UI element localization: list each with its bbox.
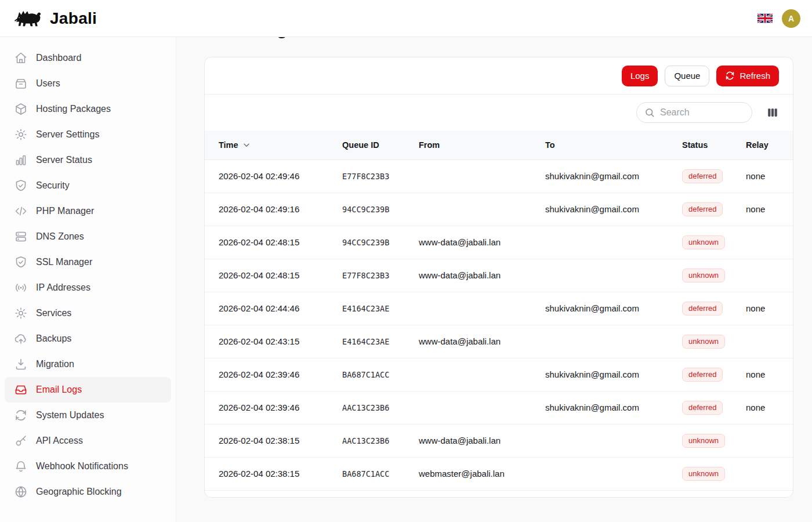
cell-status: unknown <box>682 325 746 358</box>
bar-chart-icon <box>14 153 28 167</box>
cell-queue-id: AAC13C23B6 <box>342 424 419 457</box>
sidebar-item-label: Email Logs <box>36 385 82 395</box>
sidebar-item-email-logs[interactable]: Email Logs <box>5 377 171 403</box>
sidebar-item-server-status[interactable]: Server Status <box>5 147 171 173</box>
cell-time: 2026-02-04 02:39:46 <box>205 358 342 391</box>
search-icon <box>644 107 655 118</box>
cell-status: deferred <box>682 391 746 424</box>
sidebar-item-webhook-notifications[interactable]: Webhook Notifications <box>5 454 171 479</box>
sidebar-item-label: Hosting Packages <box>36 104 111 114</box>
column-header-from: From <box>419 130 545 160</box>
cell-queue-id: BA687C1ACC <box>342 457 419 490</box>
sidebar-item-label: Server Settings <box>36 129 99 140</box>
cell-to: shukivaknin@gmail.com <box>545 160 682 193</box>
status-badge: deferred <box>682 401 723 415</box>
table-body: 2026-02-04 02:49:46E77F8C23B3shukivaknin… <box>205 160 793 490</box>
cell-time: 2026-02-04 02:48:15 <box>205 226 342 259</box>
sidebar-item-security[interactable]: Security <box>5 173 171 198</box>
download-icon <box>14 357 28 371</box>
email-logs-card: Logs Queue Refresh <box>204 57 793 498</box>
sidebar-item-ip-addresses[interactable]: IP Addresses <box>5 275 171 300</box>
cell-relay: none <box>746 292 793 325</box>
cell-time: 2026-02-04 02:44:46 <box>205 292 342 325</box>
status-badge: deferred <box>682 202 723 216</box>
column-header-to: To <box>545 130 682 160</box>
sidebar-item-system-updates[interactable]: System Updates <box>5 403 171 428</box>
shield-check-icon <box>14 179 28 193</box>
sidebar-item-services[interactable]: Services <box>5 300 171 326</box>
cell-queue-id: E4164C23AE <box>342 325 419 358</box>
sidebar-item-migration[interactable]: Migration <box>5 351 171 377</box>
sidebar-item-hosting-packages[interactable]: Hosting Packages <box>5 96 171 122</box>
sidebar-item-api-access[interactable]: API Access <box>5 428 171 454</box>
status-badge: deferred <box>682 368 723 382</box>
logs-tab-button[interactable]: Logs <box>622 66 658 86</box>
search-input[interactable] <box>660 107 744 118</box>
cell-to <box>545 325 682 358</box>
queue-tab-button[interactable]: Queue <box>665 66 709 86</box>
cell-queue-id: BA687C1ACC <box>342 358 419 391</box>
sidebar-item-geographic-blocking[interactable]: Geographic Blocking <box>5 479 171 505</box>
table-row[interactable]: 2026-02-04 02:48:15E77F8C23B3www-data@ja… <box>205 259 793 292</box>
sidebar-item-label: Migration <box>36 359 74 369</box>
inbox-icon <box>14 383 28 397</box>
table-row[interactable]: 2026-02-04 02:44:46E4164C23AEshukivaknin… <box>205 292 793 325</box>
home-icon <box>14 51 28 65</box>
refresh-button[interactable]: Refresh <box>716 66 779 86</box>
cell-queue-id: AAC13C23B6 <box>342 391 419 424</box>
table-row[interactable]: 2026-02-04 02:38:15BA687C1ACCwebmaster@j… <box>205 457 793 490</box>
sidebar-item-users[interactable]: Users <box>5 71 171 96</box>
sidebar-item-label: Server Status <box>36 155 92 165</box>
search-input-wrapper[interactable] <box>636 102 752 123</box>
cell-from <box>419 391 545 424</box>
globe-icon <box>14 485 28 499</box>
refresh-icon <box>14 408 28 422</box>
uk-flag-icon[interactable] <box>757 13 773 24</box>
table-row[interactable]: 2026-02-04 02:48:1594CC9C239Bwww-data@ja… <box>205 226 793 259</box>
columns-toggle-icon[interactable] <box>766 106 779 119</box>
package-icon <box>14 102 28 116</box>
cell-relay <box>746 259 793 292</box>
search-row <box>205 95 793 130</box>
table-row[interactable]: 2026-02-04 02:43:15E4164C23AEwww-data@ja… <box>205 325 793 358</box>
cell-status: deferred <box>682 292 746 325</box>
cell-relay <box>746 424 793 457</box>
cell-queue-id: E4164C23AE <box>342 292 419 325</box>
cell-queue-id: E77F8C23B3 <box>342 160 419 193</box>
table-row[interactable]: 2026-02-04 02:38:15AAC13C23B6www-data@ja… <box>205 424 793 457</box>
table-header-row: TimeQueue IDFromToStatusRelay <box>205 130 793 160</box>
table-row[interactable]: 2026-02-04 02:39:46BA687C1ACCshukivaknin… <box>205 358 793 391</box>
avatar[interactable]: A <box>782 9 800 28</box>
cell-relay: none <box>746 160 793 193</box>
refresh-icon <box>725 71 735 81</box>
cell-from: www-data@jabali.lan <box>419 226 545 259</box>
email-logs-table: TimeQueue IDFromToStatusRelay 2026-02-04… <box>205 130 793 491</box>
table-row[interactable]: 2026-02-04 02:49:46E77F8C23B3shukivaknin… <box>205 160 793 193</box>
cell-to <box>545 259 682 292</box>
column-header-time[interactable]: Time <box>205 130 342 160</box>
cell-status: deferred <box>682 160 746 193</box>
sidebar-item-dashboard[interactable]: Dashboard <box>5 45 171 71</box>
cell-relay <box>746 457 793 490</box>
gear-icon <box>14 128 28 142</box>
brand[interactable]: Jabali <box>14 8 97 29</box>
cell-to: shukivaknin@gmail.com <box>545 292 682 325</box>
sidebar-item-php-manager[interactable]: PHP Manager <box>5 198 171 224</box>
cell-time: 2026-02-04 02:48:15 <box>205 259 342 292</box>
table-row[interactable]: 2026-02-04 02:49:1694CC9C239Bshukivaknin… <box>205 193 793 226</box>
sidebar-item-label: Dashboard <box>36 53 81 63</box>
sidebar-item-server-settings[interactable]: Server Settings <box>5 122 171 147</box>
cloud-upload-icon <box>14 332 28 346</box>
cell-from: www-data@jabali.lan <box>419 424 545 457</box>
cell-status: deferred <box>682 358 746 391</box>
chevron-down-icon[interactable] <box>242 140 251 150</box>
cell-time: 2026-02-04 02:38:15 <box>205 457 342 490</box>
cell-queue-id: E77F8C23B3 <box>342 259 419 292</box>
sidebar-item-ssl-manager[interactable]: SSL Manager <box>5 249 171 275</box>
cell-from <box>419 193 545 226</box>
sidebar-item-dns-zones[interactable]: DNS Zones <box>5 224 171 249</box>
table-row[interactable]: 2026-02-04 02:39:46AAC13C23B6shukivaknin… <box>205 391 793 424</box>
sidebar-item-backups[interactable]: Backups <box>5 326 171 351</box>
sidebar-item-label: API Access <box>36 436 83 446</box>
cell-relay: none <box>746 358 793 391</box>
